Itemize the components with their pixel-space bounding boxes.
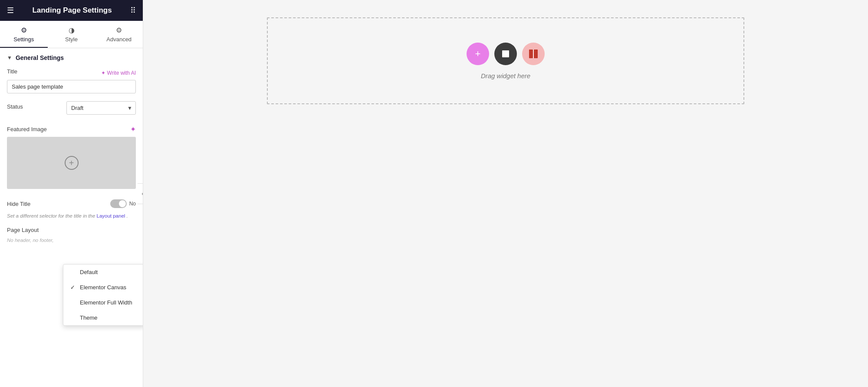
title-label: Title (7, 68, 17, 75)
page-layout-dropdown: Default ✓ Elementor Canvas Elementor Ful… (63, 264, 143, 326)
status-label: Status (7, 103, 23, 110)
dropdown-label-theme: Theme (80, 314, 97, 321)
section-label: General Settings (16, 54, 64, 61)
helper-text: Set a different selector for the title i… (0, 212, 143, 224)
section-collapse-icon[interactable]: ▼ (7, 55, 12, 61)
sidebar: ☰ Landing Page Settings ⠿ ⚙ Settings ◑ S… (0, 0, 143, 387)
grid-icon[interactable]: ⠿ (130, 6, 136, 15)
sidebar-content: ▼ General Settings Title ✦ Write with AI… (0, 48, 143, 387)
tab-advanced-label: Advanced (106, 36, 132, 43)
svg-rect-2 (534, 50, 538, 58)
sidebar-collapse-handle[interactable]: ‹ (138, 183, 143, 204)
add-widget-button[interactable]: + (467, 43, 489, 65)
toggle-track[interactable] (110, 199, 127, 208)
no-header-label: No header, no footer, (7, 238, 53, 243)
canvas-drop-area[interactable]: + Drag widget here (267, 17, 744, 104)
dropdown-item-elementor-full-width[interactable]: Elementor Full Width (63, 295, 143, 310)
hide-title-toggle[interactable]: No (110, 199, 136, 208)
tab-advanced[interactable]: ⚙ Advanced (95, 21, 143, 48)
title-field-group: Title ✦ Write with AI (0, 66, 143, 99)
drag-widget-text: Drag widget here (481, 72, 530, 79)
featured-image-header: Featured Image ✦ (0, 122, 143, 137)
general-settings-section: ▼ General Settings (0, 48, 143, 66)
widget-icons-row: + (467, 43, 545, 65)
check-elementor-canvas: ✓ (70, 284, 76, 291)
title-input[interactable] (7, 80, 136, 93)
helper-text-suffix: . (127, 213, 128, 218)
status-field-group: Status Draft Published Private ▼ (0, 99, 143, 122)
hide-title-row: Hide Title No (0, 195, 143, 212)
write-with-ai-button[interactable]: ✦ Write with AI (101, 70, 136, 76)
featured-image-label: Featured Image (7, 126, 47, 132)
main-canvas: + Drag widget here (143, 0, 868, 387)
dropdown-item-default[interactable]: Default (63, 265, 143, 280)
status-field-row: Status Draft Published Private ▼ (7, 101, 136, 115)
advanced-tab-icon: ⚙ (116, 26, 122, 34)
svg-rect-0 (502, 50, 509, 57)
check-theme (70, 314, 76, 321)
dropdown-label-elementor-canvas: Elementor Canvas (80, 284, 126, 291)
status-select-wrapper: Draft Published Private ▼ (66, 101, 136, 115)
no-header-text: No header, no footer, (0, 236, 143, 245)
svg-rect-1 (529, 50, 533, 58)
toggle-no-label: No (129, 201, 136, 207)
check-elementor-full-width (70, 299, 76, 306)
sidebar-title: Landing Page Settings (32, 6, 112, 15)
tab-settings[interactable]: ⚙ Settings (0, 21, 48, 48)
tab-style-label: Style (65, 36, 78, 43)
tab-style[interactable]: ◑ Style (48, 21, 95, 48)
image-upload-area[interactable]: + (7, 137, 136, 189)
sidebar-header: ☰ Landing Page Settings ⠿ (0, 0, 143, 21)
tab-settings-label: Settings (13, 36, 34, 43)
upload-plus-icon: + (65, 156, 79, 170)
page-layout-row: Page Layout (0, 224, 143, 236)
widget-icon-dark[interactable] (494, 43, 517, 65)
toggle-knob (119, 200, 126, 207)
page-layout-label: Page Layout (7, 227, 50, 233)
hide-title-label: Hide Title (7, 201, 30, 207)
widget-icon-news[interactable] (522, 43, 545, 65)
title-field-row: Title ✦ Write with AI (7, 68, 136, 77)
status-select[interactable]: Draft Published Private (66, 101, 136, 115)
dropdown-item-theme[interactable]: Theme (63, 310, 143, 325)
settings-tab-icon: ⚙ (21, 26, 27, 34)
dropdown-label-elementor-full-width: Elementor Full Width (80, 299, 132, 306)
tabs-bar: ⚙ Settings ◑ Style ⚙ Advanced (0, 21, 143, 48)
check-default (70, 269, 76, 275)
dropdown-item-elementor-canvas[interactable]: ✓ Elementor Canvas (63, 280, 143, 295)
featured-image-ai-icon[interactable]: ✦ (130, 125, 136, 133)
dropdown-label-default: Default (80, 269, 98, 275)
hamburger-icon[interactable]: ☰ (7, 6, 14, 15)
layout-panel-link[interactable]: Layout panel (96, 213, 125, 218)
style-tab-icon: ◑ (69, 26, 75, 34)
collapse-chevron-icon: ‹ (142, 191, 144, 197)
helper-text-prefix: Set a different selector for the title i… (7, 213, 95, 218)
